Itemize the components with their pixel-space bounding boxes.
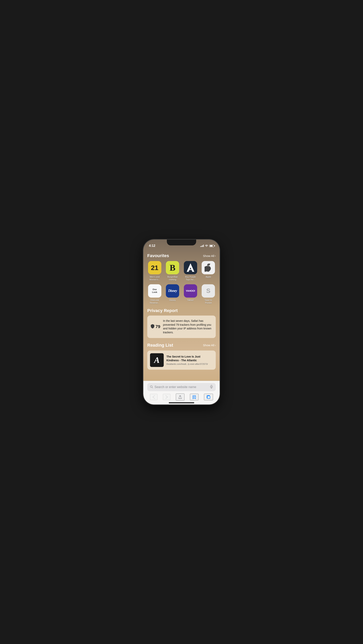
article-url: theatlantic.com/healt...ly-ever-after/37… <box>166 363 213 365</box>
svg-rect-7 <box>207 396 210 398</box>
tracker-count: 79 <box>150 324 160 330</box>
favourite-app-onelook[interactable]: OneLook OneLook Reverse... <box>147 284 162 304</box>
favourites-title: Favourites <box>147 253 169 258</box>
favourites-header: Favourites Show All › <box>147 253 216 258</box>
bookmarks-button[interactable] <box>190 394 199 400</box>
tabs-button[interactable] <box>204 394 213 400</box>
favourite-app-disney[interactable]: Disney Disney <box>165 284 180 304</box>
battery-fill <box>210 245 213 246</box>
favourite-app-yahoo[interactable]: YAHOO! Yahoo! <box>183 284 198 304</box>
shield-icon <box>150 324 155 330</box>
favourites-show-all[interactable]: Show All › <box>203 254 216 258</box>
navigation-bar <box>147 394 216 400</box>
signal-bar-4 <box>203 245 204 247</box>
signal-bar-3 <box>202 245 203 247</box>
app-icon-disney: Disney <box>166 284 179 298</box>
reading-list-header: Reading List Show All › <box>147 343 216 348</box>
privacy-report-card[interactable]: 79 In the last seven days, Safari has pr… <box>147 316 216 338</box>
reading-list-section: Reading List Show All › A The Secret to … <box>147 343 216 370</box>
app-icon-burgerbae: B <box>166 261 179 274</box>
battery-icon <box>209 245 214 247</box>
chevron-right-icon-reading: › <box>215 344 216 347</box>
favourite-app-pocket[interactable]: S Save to Pocket <box>201 284 216 304</box>
wifi-icon <box>205 244 208 247</box>
notch <box>167 240 196 246</box>
app-icon-pocket: S <box>202 284 215 298</box>
chevron-right-icon: › <box>215 254 216 257</box>
article-thumbnail: A <box>150 353 164 367</box>
article-title: The Secret to Love Is Just Kindness - Th… <box>166 355 213 362</box>
microphone-icon[interactable] <box>210 385 213 389</box>
svg-marker-0 <box>187 264 194 272</box>
svg-rect-1 <box>188 269 193 270</box>
signal-bar-2 <box>201 246 202 247</box>
home-indicator[interactable] <box>169 402 194 403</box>
app-icon-yahoo: YAHOO! <box>184 284 197 298</box>
app-icon-21: 21 <box>148 261 161 274</box>
privacy-report-section: Privacy Report 79 In the last seven days… <box>147 308 216 338</box>
app-label-burgerbae: BurgerBae clothing <box>165 276 180 281</box>
phone-frame: 4:12 <box>143 240 220 404</box>
search-bar[interactable]: Search or enter website name <box>147 383 216 391</box>
forward-button[interactable] <box>163 394 170 400</box>
app-label-yahoo: Yahoo! <box>187 299 194 302</box>
reading-list-article[interactable]: A The Secret to Love Is Just Kindness - … <box>147 350 216 370</box>
app-label-21: Men's and Women's... <box>148 276 162 281</box>
browser-toolbar: Search or enter website name <box>143 381 220 404</box>
app-label-onelook: OneLook Reverse... <box>148 299 162 304</box>
phone-screen: 4:12 <box>143 240 220 404</box>
app-label-buy-purple: Buy Purple Tops for... <box>183 276 198 281</box>
buy-purple-logo <box>185 262 196 273</box>
main-content: Favourites Show All › 21 Men's and Women… <box>143 249 220 387</box>
reading-list-show-all[interactable]: Show All › <box>203 344 216 347</box>
app-label-disney: Disney <box>169 299 176 302</box>
app-icon-apple <box>202 261 215 274</box>
app-label-pocket: Save to Pocket <box>201 299 215 304</box>
svg-rect-4 <box>211 385 212 387</box>
favourite-app-apple[interactable]: Apple <box>201 261 216 281</box>
favourite-app-buy-purple[interactable]: Buy Purple Tops for... <box>183 261 198 281</box>
search-placeholder: Search or enter website name <box>155 385 208 389</box>
status-icons <box>200 244 214 247</box>
app-icon-buy-purple <box>184 261 197 274</box>
status-time: 4:12 <box>149 244 155 248</box>
back-button[interactable] <box>150 394 157 400</box>
privacy-report-text: In the last seven days, Safari has preve… <box>163 319 213 334</box>
app-label-apple: Apple <box>206 276 211 278</box>
app-icon-onelook: OneLook <box>148 284 161 298</box>
search-icon <box>150 385 153 389</box>
favourite-app-burgerbae[interactable]: B BurgerBae clothing <box>165 261 180 281</box>
privacy-report-title: Privacy Report <box>147 308 216 313</box>
favourite-app-21[interactable]: 21 Men's and Women's... <box>147 261 162 281</box>
apple-logo <box>205 264 212 272</box>
signal-bar-1 <box>200 246 201 247</box>
svg-line-3 <box>152 388 153 388</box>
signal-bars-icon <box>200 245 204 247</box>
share-button[interactable] <box>176 394 184 400</box>
article-info: The Secret to Love Is Just Kindness - Th… <box>166 355 213 365</box>
reading-list-title: Reading List <box>147 343 173 348</box>
favourites-grid: 21 Men's and Women's... B BurgerBae clot… <box>147 261 216 304</box>
